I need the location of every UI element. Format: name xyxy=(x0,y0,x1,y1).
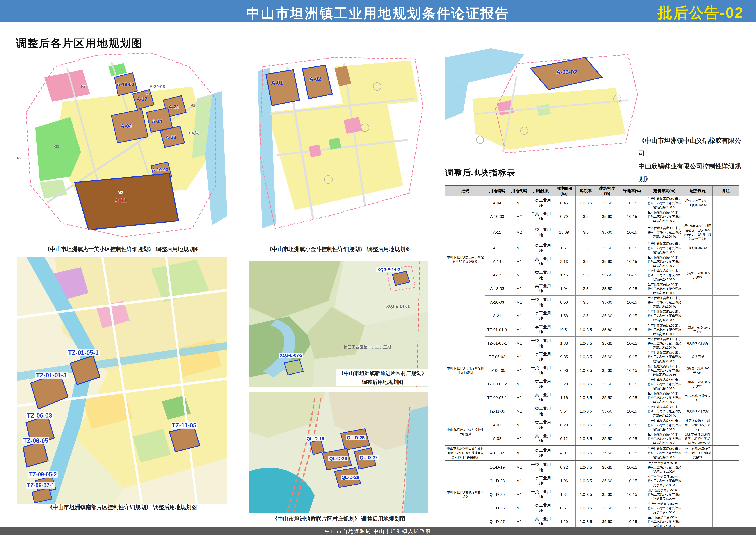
group-label: 中山市坦洲镇杰士美小区控制性详细规划调整 xyxy=(445,196,485,323)
table-cell: 3.20 xyxy=(553,377,576,391)
table-cell: 6.96 xyxy=(553,364,576,377)
column-header: 绿地率(%) xyxy=(618,185,646,196)
indicator-table-body: 中山市坦洲镇杰士美小区控制性详细规划调整A-04M1一类工业用地6.451.0-… xyxy=(445,196,739,535)
table-row: A-18-03M1一类工业用地1.943.535-6010-15生产性建筑高度≤… xyxy=(445,282,739,296)
table-cell: 10-15 xyxy=(618,296,646,309)
table-cell: 35-60 xyxy=(596,488,618,501)
table-cell xyxy=(683,210,713,223)
parcel-label: A-13 xyxy=(166,134,176,140)
table-cell: 生产性建筑高度≤50 米，特殊工艺除外；配套设施建筑高度≤100 米 xyxy=(646,309,683,323)
table-cell xyxy=(713,501,739,515)
page-title: 中山市坦洲镇工业用地规划条件论证报告 xyxy=(0,4,756,22)
table-cell: 生产性建筑高度≤50 米，特殊工艺除外；配套设施建筑高度≤100 米 xyxy=(646,337,683,350)
table-cell: 生产性建筑高度≤50 米，特殊工艺除外；配套设施建筑高度≤100 米 xyxy=(646,223,683,241)
map-nanbu: TZ-01-05-1 TZ-01-01-3 TZ-06-03 TZ-06-05 … xyxy=(17,257,227,504)
table-cell: 3.5 xyxy=(576,282,596,296)
table-cell: M1 xyxy=(509,309,529,323)
table-cell: 生产性建筑高度≤50 米，特殊工艺除外；配套设施建筑高度≤100 米 xyxy=(646,255,683,268)
table-cell: 1.0-3.5 xyxy=(576,337,596,350)
table-cell: 生产性建筑高度≤50 米，特殊工艺除外；配套设施建筑高度≤100 米 xyxy=(646,377,683,391)
table-cell xyxy=(713,515,739,529)
table-cell: 3.5 xyxy=(576,268,596,282)
announcement-badge: 批后公告-02 xyxy=(658,3,744,23)
parcel-label: A-02 xyxy=(310,76,321,82)
table-cell: TZ-01-05-1 xyxy=(485,337,509,350)
table-row: TZ-09-07-1M1一类工业用地1.161.0-3.535-6010-15生… xyxy=(445,391,739,405)
code-label: M2 xyxy=(118,190,123,195)
table-cell xyxy=(713,323,739,337)
table-cell: 社区运动场；（新增）规划10kV开关站 xyxy=(683,418,713,432)
table-cell: 1.96 xyxy=(553,474,576,488)
table-cell: 一类工业用地 xyxy=(529,446,553,461)
column-header: 用地面积 (ha) xyxy=(553,185,576,196)
map-yichang-graphic xyxy=(445,48,643,160)
table-cell: 二类工业用地 xyxy=(529,223,553,241)
table-row: QL-D-26M1一类工业用地0.511.0-3.535-6010-15生产性建… xyxy=(445,501,739,515)
table-cell: 35-60 xyxy=(596,405,618,418)
table-cell: （新增）规划10kV开关站 xyxy=(683,377,713,391)
table-cell: 生产性建筑高度≤50 米，特殊工艺除外；配套设施建筑高度≤100 米 xyxy=(646,323,683,337)
table-cell: 10-15 xyxy=(618,350,646,364)
table-cell: 生产性建筑高度≤50米，特殊工艺除外；配套设施建筑高度≤100米 xyxy=(646,501,683,515)
table-cell: 6.29 xyxy=(553,418,576,432)
code-label: R2 xyxy=(17,156,22,160)
indicator-table: 控规用地编码用地代码用地性质用地面积 (ha)容积率建筑密度(%)绿地率(%)建… xyxy=(445,185,739,535)
table-cell xyxy=(713,350,739,364)
caption-line: 《中山市坦洲镇中山义锠橡胶有限公司 xyxy=(638,134,745,160)
table-cell: 35-60 xyxy=(596,323,618,337)
table-cell xyxy=(683,515,713,529)
table-cell: 1.20 xyxy=(553,515,576,529)
table-cell: M1 xyxy=(509,405,529,418)
table-cell: 1.0-3.5 xyxy=(576,364,596,377)
table-cell: 10-15 xyxy=(618,223,646,241)
table-cell: 1.88 xyxy=(553,337,576,350)
table-title: 调整后地块指标表 xyxy=(445,167,516,178)
parcel-label: TZ-01-01-3 xyxy=(35,372,68,379)
table-cell: 1.0-3.5 xyxy=(576,350,596,364)
table-cell: 35-60 xyxy=(596,210,618,223)
code-label: G1 xyxy=(54,144,59,149)
table-cell: 18.09 xyxy=(553,223,576,241)
table-cell: （新增）规划10kV开关站 xyxy=(683,268,713,282)
group-label: 中山市坦洲镇南部片区控制性详细规划 xyxy=(445,323,485,418)
header-bar: 中山市坦洲镇工业用地规划条件论证报告 批后公告-02 xyxy=(0,0,756,22)
table-cell: 10-15 xyxy=(618,377,646,391)
table-cell: 3.5 xyxy=(576,309,596,323)
map-xiaojindou-graphic xyxy=(249,48,428,240)
table-cell: 3.5 xyxy=(576,296,596,309)
code-label: R2 xyxy=(81,84,86,89)
table-cell: 1.0-3.5 xyxy=(576,501,596,515)
table-cell: 生产性建筑高度≤50米，特殊工艺除外；配套设施建筑高度≤100米 xyxy=(646,488,683,501)
table-cell: 6.12 xyxy=(553,432,576,446)
table-cell: M1 xyxy=(509,391,529,405)
map-xinqianjin-caption: 《中山市坦洲镇新前进片区村庄规划》 调整后用地规划图 xyxy=(336,369,429,386)
parcel-label: XQJ-E-07-2 xyxy=(279,353,303,358)
parcel-label: TZ-11-05 xyxy=(171,422,197,429)
table-cell: M1 xyxy=(509,377,529,391)
table-cell: 生产性建筑高度≤50 米，特殊工艺除外；配套设施建筑高度≤100 米 xyxy=(646,196,683,210)
table-cell: A-02 xyxy=(485,432,509,446)
parcel-label: XQJ-E-14-2 xyxy=(376,267,401,272)
table-cell: 1.0-3.5 xyxy=(576,488,596,501)
table-cell: 生产性建筑高度≤50 米，特殊工艺除外；配套设施建筑高度≤100 米 xyxy=(646,405,683,418)
table-row: TZ-01-05-1M1一类工业用地1.881.0-3.535-6010-15生… xyxy=(445,337,739,350)
table-cell: M1 xyxy=(509,364,529,377)
parcel-label: QL-D-25 xyxy=(346,435,365,440)
table-cell xyxy=(713,364,739,377)
table-cell: 生产性建筑高度≤50 米，特殊工艺除外；配套设施建筑高度≤100 米 xyxy=(646,268,683,282)
table-cell: M1 xyxy=(509,418,529,432)
map-qunlian-caption: 《中山市坦洲镇群联片区村庄规划》 调整后用地规划图 xyxy=(249,515,428,523)
table-cell: 35-60 xyxy=(596,446,618,461)
table-cell: 35-60 xyxy=(596,255,618,268)
table-cell: 1.0-3.5 xyxy=(576,446,596,461)
table-cell: 35-60 xyxy=(596,474,618,488)
table-cell: 10-15 xyxy=(618,446,646,461)
column-header: 用地编码 xyxy=(485,185,509,196)
table-cell: 生产性建筑高度≤50 米，特殊工艺除外；配套设施建筑高度≤100 米 xyxy=(646,296,683,309)
table-cell: 35-60 xyxy=(596,418,618,432)
table-cell xyxy=(683,309,713,323)
table-cell: 生产性建筑高度≤50 米，特殊工艺除外；配套设施建筑高度≤100 米 xyxy=(646,446,683,461)
code-label: R2 xyxy=(191,103,195,107)
table-cell: 现状10kV开关站；现状移动基站 xyxy=(683,196,713,210)
map-jieshimei: A-18-03 A-20-03 A-17 M1 A-21 A-14 A-04 A… xyxy=(17,48,227,240)
